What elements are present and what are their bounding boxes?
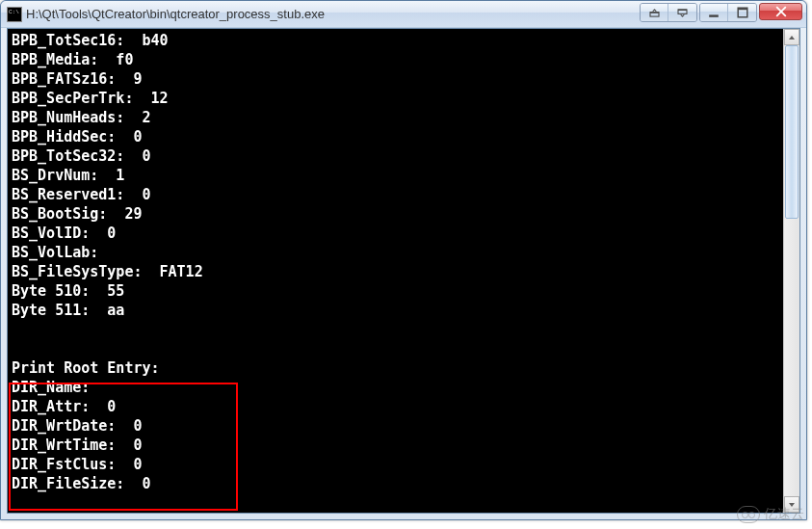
maximize-icon (737, 7, 748, 18)
client-area: BPB_TotSec16: b40 BPB_Media: f0 BPB_FATS… (7, 28, 800, 514)
restore-up-button[interactable] (641, 4, 668, 21)
watermark-cloud-icon (737, 506, 760, 523)
svg-rect-4 (709, 14, 719, 16)
console-output: BPB_TotSec16: b40 BPB_Media: f0 BPB_FATS… (8, 29, 799, 513)
scroll-up-button[interactable] (784, 29, 799, 45)
window-controls (640, 3, 802, 22)
minimize-button[interactable] (700, 4, 728, 21)
app-window: H:\Qt\Tools\QtCreator\bin\qtcreator_proc… (0, 0, 807, 520)
vertical-scrollbar[interactable] (783, 29, 799, 513)
close-button[interactable] (759, 3, 802, 20)
close-icon (775, 6, 787, 17)
scrollbar-thumb[interactable] (785, 45, 799, 219)
maximize-button[interactable] (728, 4, 756, 21)
restore-down-button[interactable] (668, 4, 696, 21)
chevron-up-icon (788, 34, 796, 41)
restore-up-icon (649, 9, 660, 17)
app-icon (7, 7, 22, 22)
titlebar[interactable]: H:\Qt\Tools\QtCreator\bin\qtcreator_proc… (1, 1, 806, 28)
watermark-text: 亿速云 (764, 506, 804, 523)
restore-down-icon (677, 9, 688, 17)
watermark: 亿速云 (737, 506, 804, 523)
minimize-icon (708, 7, 720, 18)
